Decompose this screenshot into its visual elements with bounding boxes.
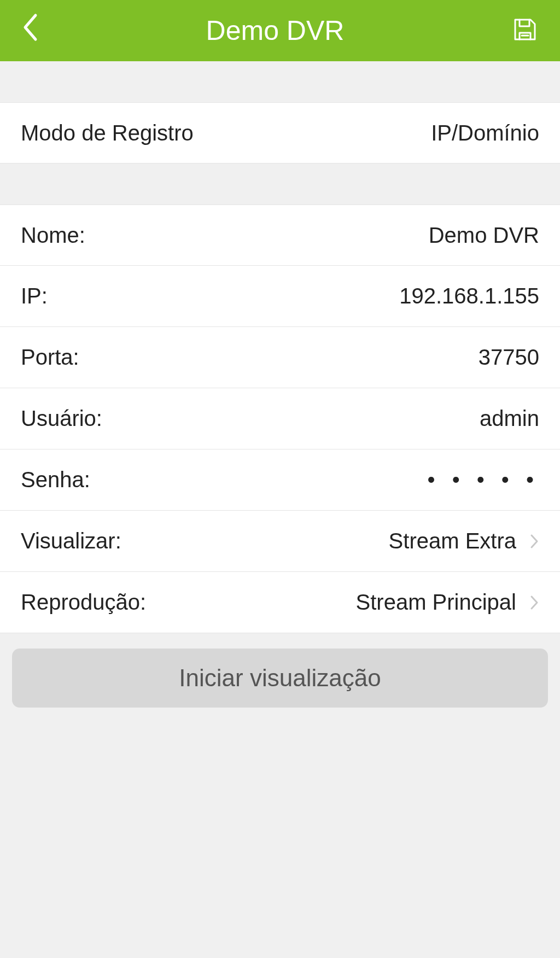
chevron-right-icon — [529, 594, 539, 611]
port-row[interactable]: Porta: 37750 — [0, 327, 560, 388]
chevron-right-icon — [529, 533, 539, 550]
start-view-button[interactable]: Iniciar visualização — [12, 649, 548, 708]
ip-value: 192.168.1.155 — [399, 284, 539, 308]
ip-label: IP: — [21, 284, 48, 308]
register-mode-value: IP/Domínio — [431, 121, 539, 145]
name-value: Demo DVR — [429, 223, 539, 248]
page-title: Demo DVR — [38, 15, 512, 46]
register-mode-row[interactable]: Modo de Registro IP/Domínio — [0, 102, 560, 163]
password-row[interactable]: Senha: • • • • • — [0, 449, 560, 511]
password-value: • • • • • — [428, 468, 539, 492]
view-label: Visualizar: — [21, 529, 121, 553]
spacer — [0, 163, 560, 205]
view-value: Stream Extra — [389, 529, 516, 553]
port-label: Porta: — [21, 345, 79, 370]
port-value: 37750 — [479, 345, 539, 370]
user-label: Usuário: — [21, 406, 102, 431]
chevron-left-icon — [22, 12, 38, 50]
save-icon — [512, 16, 538, 45]
spacer — [0, 61, 560, 102]
save-button[interactable] — [512, 16, 538, 45]
user-row[interactable]: Usuário: admin — [0, 388, 560, 449]
back-button[interactable] — [22, 12, 38, 50]
playback-label: Reprodução: — [21, 590, 146, 615]
user-value: admin — [480, 406, 539, 431]
header: Demo DVR — [0, 0, 560, 61]
name-label: Nome: — [21, 223, 85, 248]
playback-row[interactable]: Reprodução: Stream Principal — [0, 572, 560, 633]
password-label: Senha: — [21, 468, 90, 492]
view-row[interactable]: Visualizar: Stream Extra — [0, 511, 560, 572]
name-row[interactable]: Nome: Demo DVR — [0, 205, 560, 266]
ip-row[interactable]: IP: 192.168.1.155 — [0, 266, 560, 327]
playback-value: Stream Principal — [356, 590, 516, 615]
register-mode-label: Modo de Registro — [21, 121, 194, 145]
